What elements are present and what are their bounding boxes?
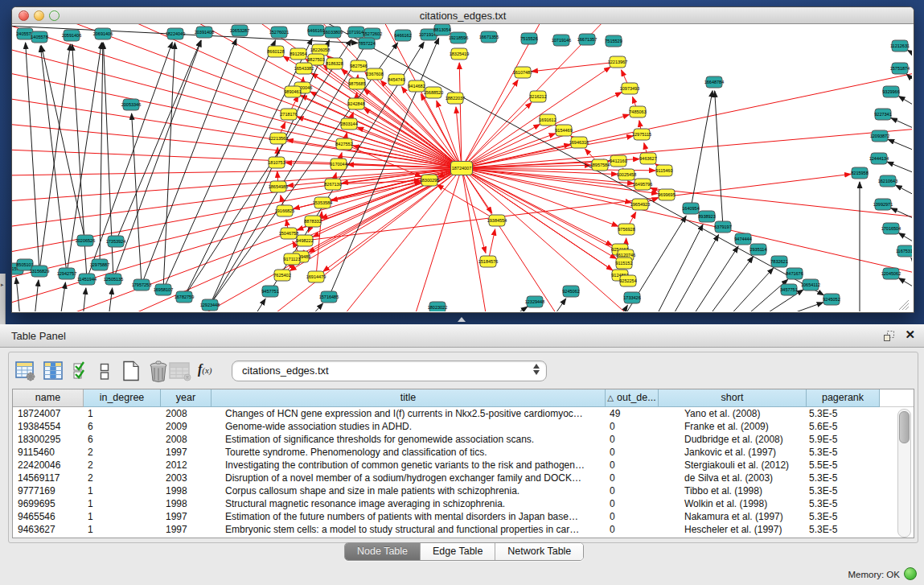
graph-node[interactable]: 32975887 [90, 259, 109, 270]
table-settings-icon[interactable] [15, 360, 36, 381]
graph-node[interactable]: 11212631 [890, 40, 910, 51]
float-panel-icon[interactable] [883, 330, 895, 342]
graph-node[interactable]: 7625402 [273, 270, 290, 281]
graph-node[interactable]: 11451944 [77, 274, 97, 285]
graph-node[interactable]: 1640954 [682, 203, 699, 214]
graph-node[interactable]: 18822037 [446, 93, 465, 104]
graph-node[interactable]: 18300295 [420, 175, 439, 186]
graph-node[interactable]: 9115460 [655, 165, 672, 176]
table-vertical-scrollbar[interactable] [897, 409, 911, 538]
graph-node[interactable]: 18654985 [269, 181, 288, 192]
graph-node[interactable]: 9414682 [408, 80, 425, 92]
graph-node[interactable]: 9463627 [639, 153, 656, 164]
table-row[interactable]: 1830029562008Estimation of significance … [13, 433, 914, 446]
graph-node[interactable]: 8660128 [267, 46, 284, 57]
graph-node[interactable]: 18023022 [428, 302, 447, 311]
table-row[interactable]: 946362711997Embryonic stem cells: a mode… [13, 523, 914, 536]
graph-node[interactable]: 7485063 [629, 106, 646, 117]
graph-node[interactable]: 16914479 [306, 271, 326, 282]
graph-node[interactable]: 2718176 [280, 109, 297, 120]
graph-node[interactable]: 6466160 [307, 25, 324, 36]
graph-node[interactable]: 16107487 [513, 67, 532, 78]
graph-node[interactable]: 16946316 [569, 137, 589, 148]
tab-network-table[interactable]: Network Table [495, 543, 583, 560]
graph-node[interactable]: 8267130 [324, 179, 341, 190]
graph-node[interactable]: 9171123 [283, 253, 300, 265]
column-header-pagerank[interactable]: pagerank [807, 389, 880, 407]
graph-node[interactable]: 15716485 [319, 291, 339, 303]
network-canvas[interactable]: 2405572140557820591406206914061822404920… [12, 24, 912, 311]
graph-node[interactable]: 6466162 [394, 30, 411, 41]
graph-node[interactable]: 17353924 [106, 236, 125, 247]
tab-node-table[interactable]: Node Table [345, 543, 421, 560]
graph-node[interactable]: 12444134 [869, 153, 889, 164]
graph-node[interactable]: 19166825 [275, 205, 294, 216]
graph-node[interactable]: 16958107 [154, 284, 173, 295]
graph-node[interactable]: 9827546 [350, 60, 367, 72]
table-row[interactable]: 1872400712008Changes of HCN gene express… [13, 407, 914, 420]
graph-node[interactable]: 10653287 [230, 25, 249, 36]
graph-node[interactable]: 20206526 [76, 235, 95, 246]
graph-node[interactable]: 8427552 [335, 138, 352, 150]
select-all-functions-icon[interactable] [72, 360, 90, 381]
graph-node[interactable]: 2935114 [749, 244, 766, 255]
graph-node[interactable]: 16648784 [704, 76, 724, 88]
graph-node[interactable]: 8215958 [851, 167, 868, 179]
column-header-in_degree[interactable]: in_degree [84, 389, 161, 407]
graph-node[interactable]: 9875685 [348, 78, 365, 89]
graph-node[interactable]: 1405578 [31, 31, 47, 43]
graph-node[interactable]: 16543382 [294, 63, 314, 74]
graph-node[interactable]: 19654923 [630, 199, 650, 210]
table-row[interactable]: 1938455462009Genome-wide association stu… [13, 420, 914, 433]
graph-node[interactable]: 6379197 [714, 221, 731, 233]
graph-node[interactable]: 2803144 [340, 118, 357, 130]
graph-node[interactable]: 18325419 [450, 48, 469, 60]
graph-node[interactable]: 12213967 [608, 56, 627, 68]
rows-icon[interactable] [100, 363, 109, 381]
delete-table-icon[interactable] [147, 360, 170, 382]
graph-node[interactable]: 16782759 [175, 291, 194, 303]
window-resize-grip[interactable] [897, 300, 910, 310]
graph-node[interactable]: 7857224 [358, 38, 375, 49]
table-selector-dropdown[interactable]: citations_edges.txt [232, 360, 547, 381]
graph-node[interactable]: 9474444 [734, 233, 751, 245]
graph-node[interactable]: 7515529 [605, 35, 622, 47]
graph-node[interactable]: 9115152 [615, 257, 632, 269]
citation-network-graph[interactable]: 2405572140557820591406206914061822404920… [12, 24, 912, 311]
graph-node[interactable]: 9252254 [619, 275, 636, 286]
network-view-window[interactable]: citations_edges.txt 24055721405578205914… [11, 6, 914, 313]
graph-node[interactable]: 8186328 [326, 58, 343, 69]
graph-node[interactable]: 7832621 [770, 256, 787, 267]
graph-node[interactable]: 9245052 [823, 294, 840, 305]
graph-node[interactable]: 9756928 [618, 224, 634, 235]
column-header-year[interactable]: year [161, 389, 211, 407]
graph-node[interactable]: 18224049 [166, 28, 185, 39]
graph-node[interactable]: 2367608 [366, 68, 383, 80]
graph-node[interactable]: 15751874 [890, 63, 910, 74]
network-window-titlebar[interactable]: citations_edges.txt [12, 7, 914, 24]
graph-node[interactable]: 20391408 [195, 27, 214, 38]
graph-node[interactable]: 9242848 [347, 98, 364, 109]
graph-node[interactable]: 19384554 [487, 215, 507, 226]
graph-node[interactable]: 9699695 [658, 189, 675, 200]
graph-node[interactable]: 8878332 [304, 216, 321, 227]
table-row[interactable]: 977716911998Corpus callosum shape and si… [13, 484, 914, 497]
table-row[interactable]: 911546021997Tourette syndrome. Phenomeno… [13, 446, 914, 459]
graph-node[interactable]: 8471676 [786, 268, 803, 279]
graph-node[interactable]: 9329966 [882, 86, 899, 97]
graph-node[interactable]: 8813054 [433, 24, 450, 35]
graph-node[interactable]: 12329448 [525, 296, 544, 307]
table-row[interactable]: 2242004622012Investigating the contribut… [13, 459, 914, 472]
graph-node[interactable]: 7515526 [520, 33, 537, 44]
graph-node[interactable]: 18957584 [590, 159, 610, 171]
graph-node[interactable]: 9227341 [874, 109, 891, 120]
new-table-icon[interactable] [121, 360, 142, 381]
table-row[interactable]: 969969511998Structural magnetic resonanc… [13, 497, 914, 510]
graph-node[interactable]: 15276021 [269, 27, 289, 38]
collapsed-panel-edge[interactable]: ▸ [0, 274, 6, 324]
graph-node[interactable]: 8938923 [698, 211, 715, 222]
graph-node[interactable]: 9890461 [284, 86, 301, 97]
graph-node[interactable]: 12505135 [104, 274, 123, 285]
split-pane-handle[interactable] [458, 317, 466, 322]
graph-node[interactable]: 15046758 [279, 228, 298, 239]
